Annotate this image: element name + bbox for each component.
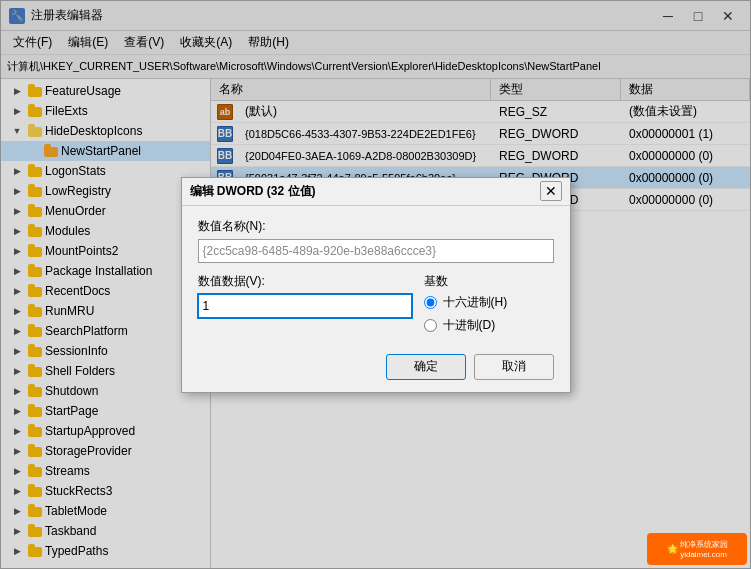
watermark: 🌟 纯净系统家园yidaimei.com — [647, 533, 747, 565]
value-data-label: 数值数据(V): — [198, 273, 412, 290]
value-data-row: 数值数据(V): 基数 十六进制(H) 十进制(D) — [198, 273, 554, 334]
radio-dec-label[interactable]: 十进制(D) — [424, 317, 554, 334]
modal-title: 编辑 DWORD (32 位值) — [190, 183, 316, 200]
base-label: 基数 — [424, 273, 554, 290]
radio-hex-text: 十六进制(H) — [443, 294, 508, 311]
radio-dec-text: 十进制(D) — [443, 317, 496, 334]
edit-dword-modal: 编辑 DWORD (32 位值) ✕ 数值名称(N): 数值数据(V): 基数 — [181, 177, 571, 393]
modal-footer: 确定 取消 — [182, 346, 570, 392]
value-data-section: 数值数据(V): — [198, 273, 412, 334]
radio-group: 十六进制(H) 十进制(D) — [424, 294, 554, 334]
value-name-input[interactable] — [198, 239, 554, 263]
value-name-section: 数值名称(N): — [198, 218, 554, 263]
watermark-icon: 🌟 — [667, 544, 678, 554]
base-section: 基数 十六进制(H) 十进制(D) — [424, 273, 554, 334]
value-name-label: 数值名称(N): — [198, 218, 554, 235]
modal-close-button[interactable]: ✕ — [540, 181, 562, 201]
value-data-input[interactable] — [198, 294, 412, 318]
modal-overlay: 编辑 DWORD (32 位值) ✕ 数值名称(N): 数值数据(V): 基数 — [0, 0, 751, 569]
modal-title-bar: 编辑 DWORD (32 位值) ✕ — [182, 178, 570, 206]
radio-hex[interactable] — [424, 296, 437, 309]
watermark-text: 纯净系统家园yidaimei.com — [680, 539, 728, 559]
cancel-button[interactable]: 取消 — [474, 354, 554, 380]
radio-hex-label[interactable]: 十六进制(H) — [424, 294, 554, 311]
ok-button[interactable]: 确定 — [386, 354, 466, 380]
radio-dec[interactable] — [424, 319, 437, 332]
modal-body: 数值名称(N): 数值数据(V): 基数 十六进制(H) — [182, 206, 570, 346]
